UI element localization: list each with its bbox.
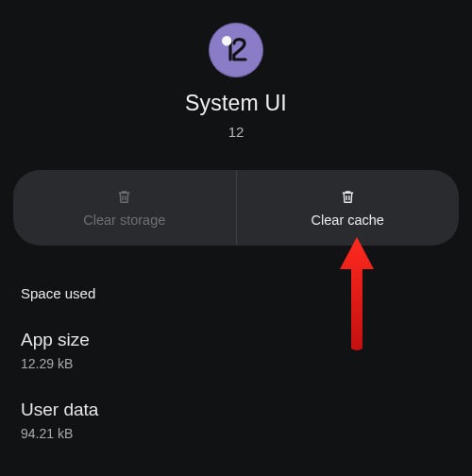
- action-bar: Clear storage Clear cache: [13, 170, 459, 246]
- app-icon-android-12: [209, 23, 263, 77]
- row-app-size[interactable]: App size 12.29 kB: [21, 330, 451, 371]
- app-title: System UI: [0, 91, 472, 116]
- app-version: 12: [0, 124, 472, 140]
- svg-point-0: [222, 36, 231, 45]
- clear-storage-label: Clear storage: [83, 212, 165, 228]
- app-header: System UI 12: [0, 0, 472, 140]
- row-user-data[interactable]: User data 94.21 kB: [21, 400, 451, 441]
- clear-cache-label: Clear cache: [312, 212, 384, 228]
- trash-icon: [340, 188, 356, 206]
- clear-storage-button: Clear storage: [13, 170, 236, 246]
- section-header-space-used: Space used: [21, 285, 451, 301]
- user-data-label: User data: [21, 400, 451, 420]
- trash-icon: [116, 188, 132, 206]
- app-size-value: 12.29 kB: [21, 356, 451, 371]
- clear-cache-button[interactable]: Clear cache: [237, 170, 460, 246]
- user-data-value: 94.21 kB: [21, 426, 451, 441]
- app-size-label: App size: [21, 330, 451, 350]
